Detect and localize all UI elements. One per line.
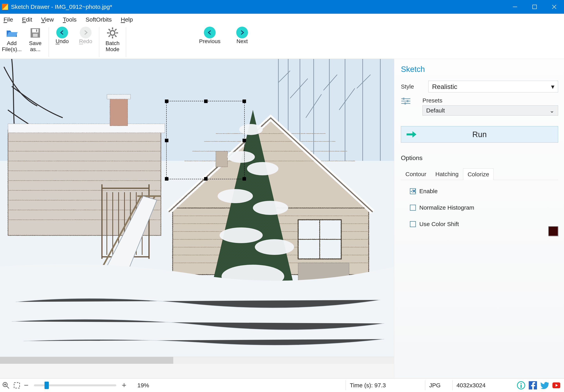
close-button[interactable]	[544, 0, 564, 14]
status-format: JPG	[429, 382, 440, 389]
menu-bar: File Edit View Tools SoftOrbits Help	[0, 14, 564, 26]
batch-mode-button[interactable]: Batch Mode	[101, 26, 124, 53]
svg-rect-7	[36, 29, 37, 32]
zoom-value: 19%	[137, 382, 149, 389]
youtube-icon[interactable]	[552, 381, 561, 390]
minimize-button[interactable]	[505, 0, 525, 14]
status-dimensions: 4032x3024	[457, 382, 486, 389]
svg-rect-21	[110, 96, 127, 126]
next-button[interactable]: Next	[231, 26, 253, 44]
menu-file[interactable]: File	[3, 16, 13, 23]
svg-line-45	[7, 386, 9, 389]
svg-point-33	[218, 189, 253, 203]
run-arrow-icon	[406, 130, 418, 139]
svg-rect-20	[8, 124, 165, 133]
svg-line-13	[109, 29, 110, 31]
info-icon[interactable]	[517, 381, 525, 390]
horizontal-scrollbar[interactable]	[0, 357, 394, 364]
previous-button[interactable]: Previous	[196, 26, 224, 44]
menu-view[interactable]: View	[41, 16, 54, 23]
tab-contour[interactable]: Contour	[401, 168, 431, 180]
tab-hatching[interactable]: Hatching	[431, 168, 463, 180]
toolbar: Add File(s)... Save as... Undo Redo	[0, 26, 564, 59]
svg-rect-51	[521, 385, 522, 388]
save-as-button[interactable]: Save as...	[24, 26, 47, 53]
zoom-icon[interactable]	[2, 381, 10, 389]
handle-ne[interactable]	[242, 99, 246, 103]
svg-point-8	[110, 31, 115, 35]
app-icon	[2, 4, 8, 10]
enable-checkbox[interactable]: Enable	[410, 188, 558, 195]
twitter-icon[interactable]	[540, 381, 549, 390]
svg-point-50	[521, 383, 522, 384]
next-icon	[236, 27, 248, 38]
panel-heading: Sketch	[401, 65, 558, 74]
maximize-button[interactable]	[525, 0, 544, 14]
handle-nw[interactable]	[165, 99, 169, 103]
handle-n[interactable]	[204, 99, 208, 103]
color-swatch[interactable]	[548, 226, 558, 236]
svg-point-32	[247, 162, 278, 175]
handle-w[interactable]	[165, 139, 169, 142]
menu-help[interactable]: Help	[121, 16, 133, 23]
floppy-icon	[29, 27, 42, 39]
folder-open-icon	[5, 27, 18, 39]
undo-icon	[56, 27, 68, 38]
options-heading: Options	[401, 154, 558, 162]
social-links	[517, 381, 564, 390]
svg-point-35	[220, 228, 263, 243]
svg-point-34	[253, 201, 288, 215]
svg-rect-6	[33, 34, 38, 37]
svg-line-16	[109, 35, 110, 37]
canvas-area[interactable]	[0, 59, 394, 378]
svg-point-36	[255, 239, 294, 255]
chevron-down-icon: ▾	[551, 83, 554, 91]
gear-icon	[106, 27, 119, 39]
style-select[interactable]: Realistic ▾	[428, 81, 558, 93]
options-tabs: Contour Hatching Colorize	[401, 168, 558, 180]
chevron-down-icon: ⌄	[550, 107, 554, 114]
handle-s[interactable]	[204, 177, 208, 181]
menu-softorbits[interactable]: SoftOrbits	[86, 16, 112, 23]
normalize-checkbox[interactable]: Normalize Histogram	[410, 204, 558, 211]
zoom-in-button[interactable]: +	[122, 381, 126, 390]
handle-sw[interactable]	[165, 177, 169, 181]
add-file-button[interactable]: Add File(s)...	[0, 26, 24, 53]
status-time: Time (s): 97.3	[350, 382, 386, 389]
menu-tools[interactable]: Tools	[63, 16, 77, 23]
checkbox-icon	[410, 188, 416, 194]
presets-label: Presets	[423, 97, 558, 104]
title-bar: Sketch Drawer - IMG_0912~photo.jpg*	[0, 0, 564, 14]
svg-rect-1	[533, 5, 536, 9]
svg-rect-5	[32, 29, 38, 32]
presets-select[interactable]: Default ⌄	[423, 105, 558, 116]
zoom-out-button[interactable]: −	[24, 381, 28, 390]
svg-rect-42	[407, 100, 408, 102]
svg-rect-41	[403, 98, 404, 100]
checkbox-icon	[410, 205, 416, 211]
undo-button[interactable]: Undo	[50, 26, 74, 44]
tab-colorize[interactable]: Colorize	[463, 168, 494, 180]
svg-line-14	[115, 35, 116, 37]
tab-colorize-body: Enable Normalize Histogram Use Color Shi…	[401, 180, 558, 226]
svg-rect-48	[14, 383, 20, 388]
menu-edit[interactable]: Edit	[22, 16, 32, 23]
run-button[interactable]: Run	[401, 126, 558, 143]
side-panel: Sketch Style Realistic ▾ Presets Default…	[394, 59, 564, 378]
svg-line-15	[115, 29, 116, 31]
checkbox-icon	[410, 221, 416, 227]
handle-se[interactable]	[242, 177, 246, 181]
fit-screen-icon[interactable]	[13, 381, 21, 389]
color-shift-checkbox[interactable]: Use Color Shift	[410, 221, 558, 228]
status-bar: − + 19% Time (s): 97.3 JPG 4032x3024	[0, 378, 564, 392]
facebook-icon[interactable]	[529, 381, 537, 390]
sliders-icon	[401, 97, 411, 105]
redo-icon	[80, 27, 92, 38]
style-label: Style	[401, 83, 423, 90]
zoom-slider[interactable]	[34, 384, 116, 386]
redo-button: Redo	[74, 26, 98, 44]
handle-e[interactable]	[242, 139, 246, 142]
previous-icon	[204, 27, 216, 38]
svg-rect-22	[107, 94, 130, 99]
selection-rectangle[interactable]	[166, 101, 245, 179]
